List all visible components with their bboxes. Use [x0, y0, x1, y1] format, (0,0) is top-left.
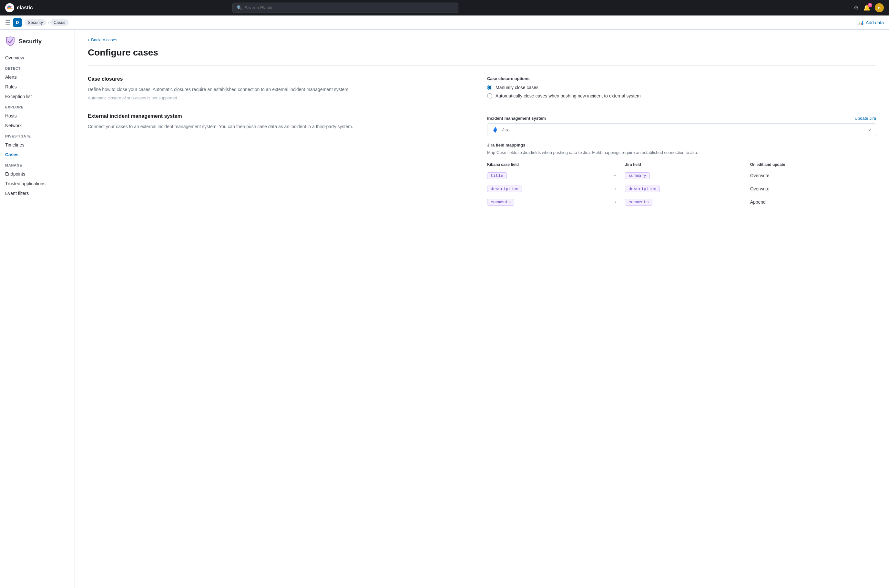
back-link[interactable]: ‹ Back to cases	[88, 38, 876, 42]
col-on-edit: On edit and update	[750, 160, 876, 169]
on-edit-value: Append	[750, 196, 876, 209]
sidebar-item-alerts[interactable]: Alerts	[0, 72, 75, 82]
case-closures-section: Case closures Define how to close your c…	[88, 76, 876, 100]
select-box-left: Jira	[492, 126, 510, 133]
sidebar-item-timelines[interactable]: Timelines	[0, 140, 75, 150]
update-jira-link[interactable]: Update Jira	[855, 116, 876, 121]
main-layout: Security Overview Detect Alerts Rules Ex…	[0, 30, 889, 588]
sidebar-header: Security	[0, 36, 75, 53]
incident-section: Incident management system Update Jira	[487, 116, 876, 209]
sidebar-item-endpoints[interactable]: Endpoints	[0, 169, 75, 179]
breadcrumb-cases[interactable]: Cases	[50, 19, 69, 26]
select-chevron-icon: ∨	[868, 127, 871, 132]
arrow-icon: →	[612, 182, 625, 196]
radio-auto-close-input[interactable]	[487, 93, 492, 98]
case-closures-desc: Define how to close your cases. Automati…	[88, 86, 477, 93]
sidebar-item-exception-list[interactable]: Exception list	[0, 92, 75, 101]
sidebar-section-investigate: Investigate	[0, 130, 75, 140]
add-data-icon: 📊	[858, 20, 864, 25]
on-edit-value: Overwrite	[750, 169, 876, 182]
radio-manually-close[interactable]: Manually close cases	[487, 85, 876, 90]
kibana-field-badge: title	[487, 172, 507, 179]
sidebar-item-overview[interactable]: Overview	[0, 53, 75, 63]
search-input[interactable]	[245, 5, 454, 10]
kibana-field-badge: description	[487, 186, 522, 192]
radio-manually-close-input[interactable]	[487, 85, 492, 90]
breadcrumb-security[interactable]: Security	[24, 19, 46, 26]
kibana-field-badge: comments	[487, 199, 514, 206]
breadcrumb: Security › Cases	[24, 19, 69, 26]
incident-label: Incident management system	[487, 116, 546, 121]
notifications-icon[interactable]: 🔔 2	[863, 4, 870, 11]
jira-field-badge: summary	[625, 172, 650, 179]
table-row: description → description Overwrite	[487, 182, 876, 196]
breadcrumb-sep: ›	[48, 20, 49, 25]
mappings-title: Jira field mappings	[487, 142, 876, 147]
sidebar-item-network[interactable]: Network	[0, 121, 75, 130]
mappings-section: Jira field mappings Map Case fields to J…	[487, 142, 876, 209]
sidebar-item-rules[interactable]: Rules	[0, 82, 75, 92]
search-icon: 🔍	[237, 5, 242, 10]
sidebar-item-event-filters[interactable]: Event filters	[0, 189, 75, 198]
sidebar-section-explore: Explore	[0, 101, 75, 111]
sidebar-item-cases[interactable]: Cases	[0, 150, 75, 159]
external-system-heading: External incident management system	[88, 113, 477, 119]
incident-header: Incident management system Update Jira	[487, 116, 876, 121]
back-icon: ‹	[88, 38, 89, 42]
jira-field-badge: comments	[625, 199, 652, 206]
col-jira: Jira field	[625, 160, 750, 169]
table-row: title → summary Overwrite	[487, 169, 876, 182]
topbar: elastic 🔍 ⚙ 🔔 2 n	[0, 0, 889, 15]
external-system-section: External incident management system Conn…	[88, 113, 876, 209]
sidebar: Security Overview Detect Alerts Rules Ex…	[0, 30, 75, 588]
secondbar: ☰ D Security › Cases 📊 Add data	[0, 15, 889, 30]
add-data-button[interactable]: 📊 Add data	[858, 20, 884, 25]
sidebar-title: Security	[19, 38, 42, 45]
hamburger-icon[interactable]: ☰	[5, 19, 11, 26]
topbar-right: ⚙ 🔔 2 n	[853, 3, 884, 12]
page-title: Configure cases	[88, 48, 876, 58]
external-system-desc: Connect your cases to an external incide…	[88, 123, 477, 130]
mappings-desc: Map Case fields to Jira fields when push…	[487, 149, 876, 156]
external-system-left: External incident management system Conn…	[88, 113, 477, 209]
sidebar-section-manage: Manage	[0, 159, 75, 169]
sidebar-item-hosts[interactable]: Hosts	[0, 111, 75, 121]
case-closures-note: Automatic closure of sub-cases is not su…	[88, 96, 477, 100]
jira-field-badge: description	[625, 186, 660, 192]
space-badge[interactable]: D	[13, 18, 22, 27]
col-kibana: Kibana case field	[487, 160, 612, 169]
table-row: comments → comments Append	[487, 196, 876, 209]
arrow-icon: →	[612, 169, 625, 182]
mappings-table: Kibana case field Jira field On edit and…	[487, 160, 876, 209]
search-bar[interactable]: 🔍	[233, 3, 458, 13]
sidebar-section-detect: Detect	[0, 63, 75, 72]
external-system-right: Incident management system Update Jira	[487, 113, 876, 209]
main-content: ‹ Back to cases Configure cases Case clo…	[75, 30, 889, 588]
arrow-icon: →	[612, 196, 625, 209]
case-closures-right: Case closure options Manually close case…	[487, 76, 876, 100]
radio-auto-close[interactable]: Automatically close cases when pushing n…	[487, 93, 876, 98]
settings-icon[interactable]: ⚙	[853, 4, 859, 11]
elastic-logo[interactable]: elastic	[5, 3, 33, 12]
closure-options-label: Case closure options	[487, 76, 876, 81]
case-closures-left: Case closures Define how to close your c…	[88, 76, 477, 100]
on-edit-value: Overwrite	[750, 182, 876, 196]
system-select[interactable]: Jira ∨	[487, 123, 876, 136]
notif-badge: 2	[868, 3, 872, 8]
page-divider	[88, 66, 876, 66]
radio-group: Manually close cases Automatically close…	[487, 85, 876, 98]
case-closures-heading: Case closures	[88, 76, 477, 82]
sidebar-item-trusted-apps[interactable]: Trusted applications	[0, 179, 75, 189]
user-avatar[interactable]: n	[875, 3, 884, 12]
